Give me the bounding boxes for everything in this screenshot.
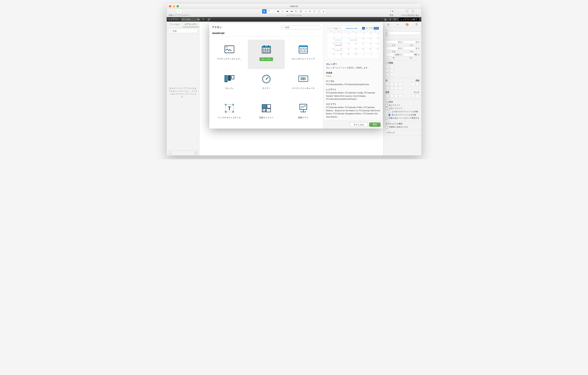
svg-rect-5 [292,11,293,12]
addon-card[interactable]: 簡易グラフ [285,99,322,128]
addon-card[interactable]: カレンダーヒートマップ [285,40,322,69]
popover-button-tool[interactable] [312,9,317,13]
svg-rect-73 [225,104,226,105]
window-title: Add-on [167,5,421,8]
svg-rect-30 [262,46,271,48]
cal-next-button[interactable]: › [330,27,332,29]
panel-left-button[interactable] [405,9,410,13]
format-painter-tool[interactable] [321,9,326,13]
svg-point-51 [305,49,306,50]
line-tool[interactable] [271,9,276,13]
svg-rect-58 [228,76,231,80]
addon-card[interactable]: 写真ギャラリー [248,99,285,128]
addon-label: アクティビティタイムラ… [217,57,242,60]
cal-today-button[interactable]: Today [333,27,338,29]
addon-card[interactable]: カレンダー [248,40,285,69]
svg-rect-68 [303,77,304,80]
right-field[interactable] [386,47,400,50]
chart-tool[interactable] [303,9,308,13]
cal-info-button[interactable]: ⓘ [362,27,365,30]
addon-card[interactable]: Tリッチテキストエディタ [211,99,248,128]
tab-tool[interactable] [294,9,299,13]
slide-up-check[interactable] [386,107,388,110]
select-button[interactable]: 選択 [369,122,381,127]
modal-search-input[interactable] [281,25,321,29]
layout-bar: レイアウト: テーブル ✎ 🔗 ▥ ▾ Aª レイアウトの終了 [167,17,421,22]
text-tool[interactable]: T [267,9,271,13]
layout-select[interactable]: テーブル [181,18,200,21]
panel-right-button[interactable] [410,9,414,13]
cancel-button[interactable]: キャンセル [350,122,368,127]
theme-icon[interactable]: ▥ [384,18,387,21]
portal-tool[interactable] [299,9,303,13]
exit-layout-button[interactable]: レイアウトの終了 [399,18,420,21]
addon-label: リッチテキストエディタ [218,116,241,119]
addon-card[interactable]: アクティビティタイムラ… [211,40,248,69]
buttonbar-tool[interactable] [289,9,294,13]
link-icon[interactable]: 🔗 [207,18,210,21]
tab-objects[interactable]: オブジェクト [183,22,199,27]
resize-section[interactable]: ズ調整 [386,62,420,64]
top-field[interactable] [403,40,418,44]
name-field[interactable] [388,32,421,35]
field-tool[interactable] [280,9,285,13]
left-field[interactable] [386,40,400,44]
svg-rect-3 [286,11,288,12]
sidebar-search-input[interactable] [168,29,198,33]
addon-label: カレンダーヒートマップ [292,57,315,60]
addon-icon [260,103,273,114]
author-label: 作成者 [326,71,380,75]
inspector-tab-appearance[interactable]: 🎨 [403,22,412,27]
add-addon-button[interactable]: + [168,152,172,155]
svg-point-48 [301,49,302,50]
svg-point-47 [300,49,301,50]
svg-rect-66 [301,77,301,80]
slide-left-check[interactable] [386,104,388,107]
pointer-tool[interactable] [262,9,267,13]
width-field[interactable] [386,53,400,56]
pencil-icon[interactable]: ✎ [202,18,204,21]
svg-rect-59 [231,76,234,79]
object-display-section: オブジェクトの表示 [386,122,420,125]
hide-print-check[interactable] [386,126,388,128]
inspector-help-label: ヘルプ [386,29,387,37]
cal-add-button[interactable]: + [339,27,341,29]
cal-week-view[interactable]: Week [369,27,374,30]
visibility-section[interactable]: と表示 [386,101,420,103]
tab-fields[interactable]: フィールド [167,22,183,27]
cal-month-view[interactable]: Month [374,27,379,30]
webviewer-tool[interactable] [308,9,312,13]
slide-control-tool[interactable] [317,9,321,13]
height-field[interactable] [403,53,418,56]
addon-card[interactable]: バーコードジェネレータ [285,69,322,99]
button-tool[interactable] [285,9,289,13]
grid-section[interactable]: グリッド [386,131,420,134]
svg-point-14 [309,11,311,12]
slide-direct-radio[interactable] [388,114,391,116]
rect-tool[interactable] [276,9,280,13]
detail-author[interactable]: Claris [326,75,380,78]
layout-tools-label: レイアウトツール [286,14,302,17]
bottom-field[interactable] [403,47,418,50]
addon-label: カンバン [225,87,234,90]
manage-button[interactable]: ▾ [388,9,395,14]
inspector-tab-style[interactable]: ✂ [393,22,403,27]
text-format-icon[interactable]: Aª [394,18,396,21]
new-layout-button[interactable]: ＋ [176,9,182,13]
svg-rect-32 [268,45,269,47]
cal-day-view[interactable]: Day [365,27,369,30]
addon-card[interactable]: タイマー [248,69,285,99]
inspector-tab-position[interactable]: ⊞ [384,22,393,27]
inspector-tab-data[interactable]: 🗄 [412,22,421,27]
addon-card[interactable]: カンバン [211,69,248,99]
dropdown-icon[interactable]: ▾ [389,18,391,21]
slide-all-radio[interactable] [388,110,391,113]
svg-point-63 [266,78,267,80]
svg-rect-75 [225,111,226,112]
svg-point-49 [303,49,304,50]
resize-part-check[interactable] [386,117,388,120]
cal-prev-button[interactable]: ‹ [327,27,330,29]
help-button[interactable]: ? [194,152,198,155]
svg-rect-2 [282,11,284,12]
detail-layouts: FCCalendar Addon, FCCalendar Config, FCC… [326,91,380,101]
